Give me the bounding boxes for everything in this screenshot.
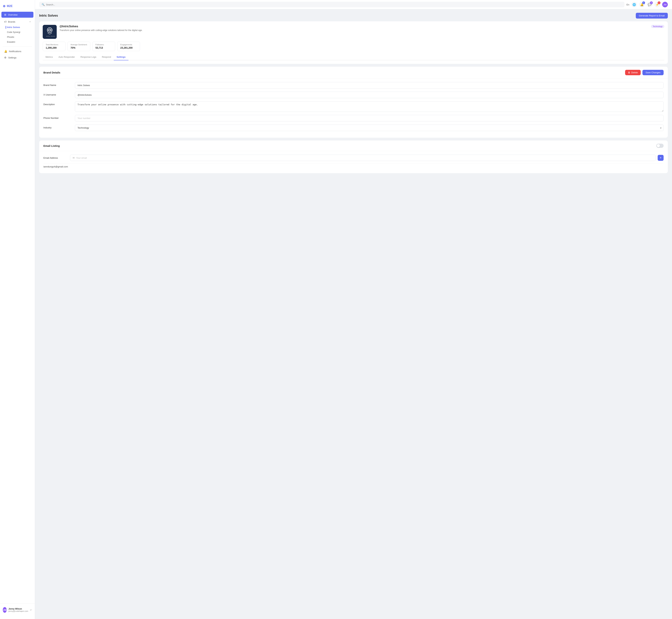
description-input[interactable]: Transform your online presence with cutt… bbox=[75, 101, 664, 112]
page-header: Intric Solves Generate Report to Email bbox=[39, 13, 668, 18]
phone-input[interactable] bbox=[75, 115, 664, 121]
search-input[interactable] bbox=[46, 3, 622, 6]
email-listing-toggle[interactable] bbox=[656, 144, 664, 148]
delete-button[interactable]: 🗑 Delete bbox=[625, 70, 641, 75]
sidebar-item-notifications[interactable]: 🔔 Notifications bbox=[1, 48, 33, 54]
settings-icon: ⚙ bbox=[4, 56, 6, 59]
tabs-container: Metrics Auto Responder Response Logs Res… bbox=[43, 54, 664, 60]
sidebar-item-overview[interactable]: ⊞ Overview bbox=[1, 12, 33, 18]
brand-description: Transform your online presence with cutt… bbox=[60, 29, 648, 32]
brand-info: @IntricSolves Transform your online pres… bbox=[60, 25, 648, 32]
x-username-label: X Username bbox=[44, 92, 71, 96]
alert-badge: 1 bbox=[658, 1, 661, 4]
brands-label: Brands bbox=[8, 20, 15, 23]
topbar-globe-btn[interactable]: 🌐 bbox=[631, 2, 637, 7]
tab-settings[interactable]: Settings bbox=[114, 54, 128, 60]
tab-respond[interactable]: Respond bbox=[99, 54, 114, 60]
logo-text: M2E bbox=[7, 5, 13, 8]
brand-details-panel: Brand Details 🗑 Delete Save Changes Bran… bbox=[39, 67, 668, 138]
user-name: Jenny Wilson bbox=[8, 608, 28, 610]
brand-sub-item-phoetic[interactable]: Phoetic bbox=[4, 35, 35, 40]
email-listing-body: Email Address ✉ + ianndunguh@gmail.com bbox=[39, 151, 668, 173]
sidebar: ⊕ M2E ⊞ Overview 🏷 Brands ▾ Intric Solve… bbox=[0, 0, 35, 619]
overview-icon: ⊞ bbox=[4, 13, 6, 16]
tabs: Metrics Auto Responder Response Logs Res… bbox=[43, 54, 664, 60]
stat-engagements: Engagements 23,281,200 bbox=[117, 42, 140, 51]
engagements-value: 23,281,200 bbox=[120, 46, 137, 49]
email-address-row: Email Address ✉ + bbox=[44, 155, 664, 161]
globe-icon: 🌐 bbox=[632, 3, 636, 6]
settings-label: Settings bbox=[8, 56, 16, 59]
topbar-right: En 🌐 🔔 1 💬 5 ⚡ 1 JW bbox=[626, 2, 668, 7]
x-username-input[interactable] bbox=[75, 92, 664, 98]
avg-sentiment-label: Average Sentiment: bbox=[71, 44, 87, 46]
brand-logo: INTRIC SOLVES bbox=[43, 25, 57, 39]
topbar-alert-btn[interactable]: ⚡ 1 bbox=[655, 2, 660, 7]
page-content: Intric Solves Generate Report to Email I… bbox=[35, 9, 672, 619]
brands-section: 🏷 Brands ▾ Intric Solves Code Synergi Ph… bbox=[0, 18, 35, 45]
toggle-knob bbox=[657, 144, 660, 147]
avg-sentiment-value: 70% bbox=[71, 46, 87, 49]
followers-value: 53,713 bbox=[95, 46, 112, 49]
svg-text:INTRIC SOLVES: INTRIC SOLVES bbox=[46, 36, 55, 37]
brand-tag: Technology bbox=[651, 25, 664, 28]
email-address-label: Email Address bbox=[44, 156, 68, 159]
tab-autoresponder[interactable]: Auto Responder bbox=[56, 54, 78, 60]
email-input-wrap: ✉ bbox=[70, 155, 656, 161]
brand-header: INTRIC SOLVES @IntricSolves Transform yo… bbox=[43, 25, 664, 39]
brand-sub-items: Intric Solves Code Synergi Phoetic Eswat… bbox=[0, 25, 35, 45]
stat-followers: Followers: 53,713 bbox=[92, 42, 115, 51]
brand-sub-item-intricsolves[interactable]: Intric Solves bbox=[4, 25, 35, 30]
page-title: Intric Solves bbox=[39, 14, 58, 17]
brand-card: INTRIC SOLVES @IntricSolves Transform yo… bbox=[39, 21, 668, 64]
generate-report-button[interactable]: Generate Report to Email bbox=[636, 13, 668, 18]
tab-metrics[interactable]: Metrics bbox=[43, 54, 56, 60]
x-username-row: X Username bbox=[44, 92, 664, 98]
email-list-item: ianndunguh@gmail.com bbox=[44, 163, 664, 170]
sidebar-item-settings[interactable]: ⚙ Settings bbox=[1, 55, 33, 61]
search-icon: 🔍 bbox=[42, 3, 45, 6]
language-selector[interactable]: En bbox=[626, 3, 629, 6]
brands-header[interactable]: 🏷 Brands ▾ bbox=[1, 19, 33, 25]
user-email: jenny@codehaper.com bbox=[8, 610, 28, 612]
chat-badge: 5 bbox=[650, 1, 653, 4]
user-info: Jenny Wilson jenny@codehaper.com bbox=[8, 608, 28, 612]
logo-icon: ⊕ bbox=[3, 4, 5, 8]
brand-sub-item-eswatini[interactable]: Eswatini bbox=[4, 40, 35, 45]
brand-handle: @IntricSolves bbox=[60, 25, 648, 28]
tab-responselogs[interactable]: Response Logs bbox=[78, 54, 99, 60]
user-avatar: JW bbox=[3, 607, 7, 613]
brands-icon: 🏷 bbox=[4, 20, 7, 23]
search-box[interactable]: 🔍 bbox=[39, 2, 624, 7]
add-email-button[interactable]: + bbox=[658, 155, 664, 161]
industry-row: Industry Technology Finance Healthcare E… bbox=[44, 125, 664, 131]
save-changes-button[interactable]: Save Changes bbox=[643, 70, 664, 75]
engagements-label: Engagements bbox=[120, 44, 137, 46]
email-listing-header: Email Listing bbox=[39, 140, 668, 151]
trash-icon: 🗑 bbox=[628, 71, 630, 74]
sidebar-bottom: JW Jenny Wilson jenny@codehaper.com ↩ bbox=[0, 604, 35, 616]
brand-logo-svg: INTRIC SOLVES bbox=[45, 26, 55, 37]
user-profile: JW Jenny Wilson jenny@codehaper.com ↩ bbox=[1, 606, 33, 614]
brand-name-label: Brand Name bbox=[44, 82, 71, 86]
brand-details-body: Brand Name X Username Description Transf… bbox=[39, 79, 668, 138]
topbar: 🔍 En 🌐 🔔 1 💬 5 ⚡ 1 JW bbox=[35, 0, 672, 9]
email-address-input[interactable] bbox=[76, 156, 653, 159]
notifications-icon: 🔔 bbox=[4, 50, 7, 53]
logout-icon[interactable]: ↩ bbox=[30, 609, 32, 611]
brand-name-input[interactable] bbox=[75, 82, 664, 88]
description-label: Description bbox=[44, 101, 71, 106]
industry-select[interactable]: Technology Finance Healthcare Education … bbox=[75, 125, 664, 131]
overview-label: Overview bbox=[8, 13, 17, 16]
email-listing-title: Email Listing bbox=[44, 144, 60, 147]
topbar-chat-btn[interactable]: 💬 5 bbox=[647, 2, 652, 7]
stat-avg-sentiment: Average Sentiment: 70% bbox=[68, 42, 90, 51]
topbar-bell-btn[interactable]: 🔔 1 bbox=[639, 2, 645, 7]
brand-sub-item-codesynergi[interactable]: Code Synergi bbox=[4, 30, 35, 35]
panel-actions: 🗑 Delete Save Changes bbox=[625, 70, 664, 75]
brands-chevron-icon: ▾ bbox=[29, 21, 30, 23]
notifications-label: Notifications bbox=[9, 50, 21, 53]
topbar-avatar[interactable]: JW bbox=[662, 2, 668, 7]
phone-row: Phone Number bbox=[44, 115, 664, 121]
brand-details-header: Brand Details 🗑 Delete Save Changes bbox=[39, 67, 668, 79]
